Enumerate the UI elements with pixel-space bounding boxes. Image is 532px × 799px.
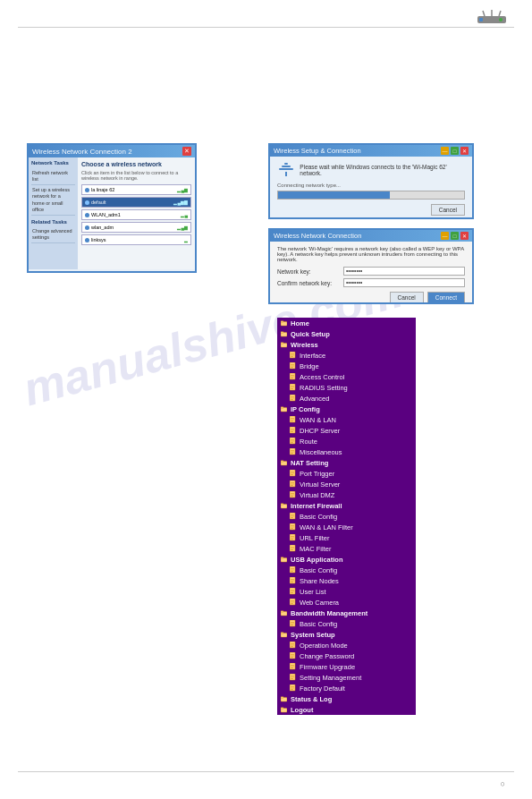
- nav-label: Status & Log: [291, 695, 332, 703]
- right-bottom-buttons: Cancel Connect: [277, 292, 465, 303]
- nav-item-interface[interactable]: Interface: [277, 350, 416, 361]
- right-bottom-text: The network 'Wi-Magic' requires a networ…: [277, 246, 465, 262]
- nav-item-port-trigger[interactable]: Port Trigger: [277, 468, 416, 479]
- nav-label: Quick Setup: [291, 330, 330, 338]
- nav-item-miscellaneous[interactable]: Miscellaneous: [277, 446, 416, 457]
- network-dot-4: [85, 225, 89, 230]
- nav-item-radius-setting[interactable]: RADIUS Setting: [277, 382, 416, 393]
- nav-label: URL Filter: [300, 534, 329, 542]
- page-number: ○: [501, 779, 505, 788]
- right-top-win-buttons: — □ ✕: [441, 147, 469, 155]
- svg-rect-16: [290, 352, 295, 358]
- sidebar-item-setup[interactable]: Set up a wireless network for a home or …: [31, 185, 75, 216]
- nav-item-web-camera[interactable]: Web Camera: [277, 597, 416, 608]
- page-icon: [290, 578, 296, 584]
- nav-item-home[interactable]: Home: [277, 318, 416, 328]
- folder-icon: [281, 557, 287, 563]
- nav-item-bridge[interactable]: Bridge: [277, 361, 416, 371]
- cancel-button-bottom[interactable]: Cancel: [390, 292, 424, 303]
- svg-rect-111: [281, 633, 283, 634]
- folder-icon: [281, 331, 287, 337]
- left-title: Wireless Network Connection 2: [32, 148, 132, 156]
- nav-item-factory-default[interactable]: Factory Default: [277, 683, 416, 693]
- nav-label: Operation Mode: [300, 642, 348, 650]
- status-text: Connecting network type...: [277, 183, 465, 188]
- nav-item-setting-management[interactable]: Setting Management: [277, 672, 416, 683]
- folder-icon: [281, 707, 287, 713]
- sidebar-related-header: Related Tasks: [31, 219, 75, 225]
- right-top-titlebar: Wireless Setup & Connection — □ ✕: [270, 145, 472, 157]
- nav-item-usb-application[interactable]: USB Application: [277, 554, 416, 565]
- page-icon: [290, 567, 296, 574]
- svg-rect-7: [282, 166, 291, 167]
- svg-rect-28: [290, 384, 295, 390]
- svg-rect-6: [279, 168, 293, 170]
- nav-item-nat-setting[interactable]: NAT Setting: [277, 457, 416, 468]
- right-bottom-max-btn[interactable]: □: [451, 232, 459, 240]
- nav-item-quick-setup[interactable]: Quick Setup: [277, 328, 416, 339]
- network-item-4[interactable]: wlan_adm ▂▄▆: [81, 222, 191, 233]
- nav-item-user-list[interactable]: User List: [277, 586, 416, 597]
- nav-item-change-password[interactable]: Change Password: [277, 650, 416, 661]
- page-icon: [290, 449, 296, 455]
- svg-rect-92: [290, 577, 295, 583]
- screenshot-right-bottom: Wireless Network Connection — □ ✕ The ne…: [268, 228, 474, 304]
- svg-rect-88: [290, 566, 295, 573]
- page-icon: [290, 535, 296, 541]
- left-close-btn[interactable]: ✕: [182, 147, 191, 156]
- connect-button[interactable]: Connect: [427, 292, 465, 303]
- confirm-key-row: Confirm network key: ••••••••: [277, 278, 465, 287]
- cancel-button-top[interactable]: Cancel: [431, 204, 465, 216]
- nav-label: Bridge: [300, 362, 319, 370]
- nav-item-basic-config[interactable]: Basic Config: [277, 511, 416, 522]
- right-top-text: Please wait while Windows connects to th…: [300, 164, 465, 176]
- nav-item-system-setup[interactable]: System Setup: [277, 629, 416, 640]
- nav-item-basic-config[interactable]: Basic Config: [277, 618, 416, 629]
- sidebar-item-refresh[interactable]: Refresh network list: [31, 168, 75, 185]
- folder-icon: [281, 610, 287, 616]
- nav-menu: HomeQuick SetupWirelessInterfaceBridgeAc…: [277, 318, 416, 715]
- nav-item-internet-firewall[interactable]: Internet Firewall: [277, 500, 416, 511]
- nav-item-logout[interactable]: Logout: [277, 704, 416, 715]
- nav-item-virtual-dmz[interactable]: Virtual DMZ: [277, 489, 416, 500]
- svg-rect-8: [284, 163, 288, 165]
- nav-item-wireless[interactable]: Wireless: [277, 339, 416, 350]
- nav-label: Logout: [291, 706, 313, 714]
- nav-item-url-filter[interactable]: URL Filter: [277, 532, 416, 543]
- signal-2: ▂▄▆▇: [173, 200, 188, 205]
- network-key-input[interactable]: ••••••••: [343, 267, 465, 276]
- network-item-5[interactable]: linksys ▂: [81, 234, 191, 245]
- sidebar-header: Network Tasks: [31, 160, 75, 166]
- nav-item-bandwidth-management[interactable]: Bandwidth Management: [277, 608, 416, 618]
- right-top-max-btn[interactable]: □: [451, 147, 459, 155]
- right-top-close-btn[interactable]: ✕: [460, 147, 469, 155]
- nav-item-virtual-server[interactable]: Virtual Server: [277, 479, 416, 489]
- svg-rect-100: [290, 599, 295, 605]
- right-bottom-min-btn[interactable]: —: [441, 232, 449, 240]
- nav-item-status-&-log[interactable]: Status & Log: [277, 693, 416, 704]
- confirm-key-input[interactable]: ••••••••: [343, 278, 465, 287]
- page-icon: [290, 395, 296, 402]
- page-icon: [290, 428, 296, 434]
- sidebar-item-advanced[interactable]: Change advanced settings: [31, 226, 75, 243]
- nav-item-wan-&-lan[interactable]: WAN & LAN: [277, 414, 416, 425]
- nav-item-firmware-upgrade[interactable]: Firmware Upgrade: [277, 661, 416, 672]
- network-item-3[interactable]: WLAN_adm1 ▂▄: [81, 209, 191, 220]
- nav-item-basic-config[interactable]: Basic Config: [277, 565, 416, 575]
- nav-item-ip-config[interactable]: IP Config: [277, 404, 416, 414]
- right-top-min-btn[interactable]: —: [441, 147, 449, 155]
- page-icon: [290, 621, 296, 627]
- nav-item-mac-filter[interactable]: MAC Filter: [277, 543, 416, 554]
- folder-icon: [281, 342, 287, 348]
- nav-item-share-nodes[interactable]: Share Nodes: [277, 575, 416, 586]
- nav-item-operation-mode[interactable]: Operation Mode: [277, 640, 416, 650]
- network-item-2[interactable]: default ▂▄▆▇: [81, 197, 191, 208]
- network-item-1[interactable]: la linaje 62 ▂▄▆: [81, 184, 191, 195]
- nav-item-advanced[interactable]: Advanced: [277, 393, 416, 404]
- nav-item-route[interactable]: Route: [277, 436, 416, 446]
- right-bottom-close-btn[interactable]: ✕: [460, 232, 469, 240]
- page-icon: [290, 675, 296, 681]
- nav-item-dhcp-server[interactable]: DHCP Server: [277, 425, 416, 436]
- nav-item-wan-&-lan-filter[interactable]: WAN & LAN Filter: [277, 522, 416, 532]
- nav-item-access-control[interactable]: Access Control: [277, 371, 416, 382]
